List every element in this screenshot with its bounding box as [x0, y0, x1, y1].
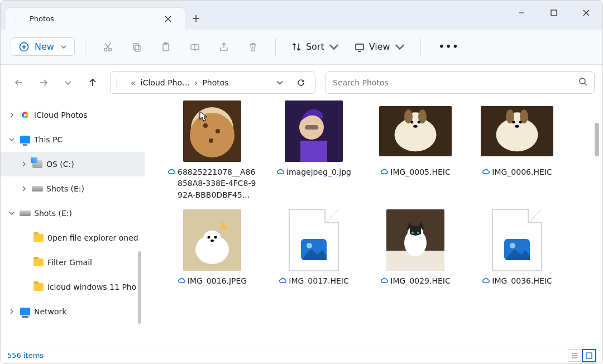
item-count: 556 items: [7, 351, 44, 360]
delete-icon[interactable]: [241, 37, 265, 57]
file-thumbnail: [379, 100, 452, 162]
separator: [275, 39, 276, 55]
svg-point-27: [418, 121, 420, 123]
tree-label: iCloud Photos: [34, 111, 88, 119]
rename-icon[interactable]: [183, 37, 207, 57]
copy-icon[interactable]: [125, 37, 149, 57]
file-item[interactable]: IMG_0005.HEIC: [365, 100, 466, 200]
history-dropdown[interactable]: [58, 72, 79, 93]
svg-rect-4: [133, 44, 138, 50]
drive-icon: [20, 208, 31, 219]
svg-point-40: [208, 236, 210, 238]
breadcrumb-sep-icon: ›: [194, 78, 198, 88]
file-thumbnail: [481, 209, 553, 271]
tree-item-icloud-photos[interactable]: iCloud Photos: [1, 103, 145, 127]
separator: [420, 39, 421, 55]
tree-item-folder-filter-gmail[interactable]: Filter Gmail: [1, 250, 145, 275]
network-icon: [20, 306, 31, 317]
tree-item-network[interactable]: Network: [1, 299, 145, 324]
svg-point-15: [216, 129, 220, 133]
file-thumbnail: [277, 100, 350, 162]
tree-label: icloud windows 11 Pho: [47, 282, 136, 291]
close-window-button[interactable]: [570, 1, 602, 25]
file-thumbnail: [379, 209, 452, 271]
paste-icon[interactable]: [154, 37, 178, 57]
chevron-right-icon[interactable]: [7, 112, 16, 118]
file-item[interactable]: IMG_0029.HEIC: [365, 209, 466, 288]
address-dropdown[interactable]: [271, 79, 288, 86]
tree-item-shots-e-1[interactable]: Shots (E:): [1, 176, 145, 201]
file-name: imagejpeg_0.jpg: [286, 166, 351, 178]
file-item[interactable]: IMG_0017.HEIC: [263, 209, 365, 288]
tree-item-this-pc[interactable]: This PC: [1, 127, 145, 152]
content-scrollbar[interactable]: [595, 123, 599, 156]
tab-photos[interactable]: Photos: [6, 7, 185, 30]
maximize-button[interactable]: [538, 1, 570, 25]
minimize-button[interactable]: [505, 1, 538, 25]
new-tab-button[interactable]: [185, 7, 207, 30]
nav-row: « iCloud Pho… › Photos: [1, 65, 602, 100]
address-bar[interactable]: « iCloud Pho… › Photos: [110, 71, 315, 94]
tree-item-folder-icloud-win11[interactable]: icloud windows 11 Pho: [1, 275, 145, 299]
file-thumbnail: [176, 209, 248, 271]
cut-icon[interactable]: [95, 37, 120, 57]
view-button[interactable]: View: [349, 38, 410, 55]
back-button[interactable]: [8, 72, 30, 93]
sidebar-scrollbar[interactable]: [138, 100, 141, 364]
photos-folder-icon: [116, 78, 126, 88]
new-button[interactable]: New: [11, 37, 75, 56]
svg-point-3: [108, 48, 111, 51]
close-tab-button[interactable]: [159, 11, 177, 27]
file-item[interactable]: IMG_0036.HEIC: [466, 209, 568, 288]
tab-title: Photos: [30, 15, 54, 23]
navigation-tree: iCloud Photos This PC OS (C:) Shots (E:)…: [1, 100, 145, 364]
cloud-status-icon: [482, 276, 490, 288]
svg-rect-20: [300, 141, 327, 162]
file-item[interactable]: imagejpeg_0.jpg: [263, 100, 365, 200]
tree-item-shots-e-2[interactable]: Shots (E:): [1, 201, 145, 226]
tree-label: Shots (E:): [46, 184, 84, 193]
up-button[interactable]: [82, 72, 103, 93]
file-item[interactable]: IMG_0016.JPEG: [161, 209, 263, 288]
chevron-down-icon[interactable]: [7, 210, 16, 216]
chevron-down-icon: [61, 41, 66, 52]
tree-label: OS (C:): [46, 160, 74, 169]
search-icon[interactable]: [578, 77, 587, 88]
svg-point-16: [209, 138, 213, 143]
file-item[interactable]: 68825221078__A86858A8-338E-4FC8-992A-BBB…: [161, 100, 263, 200]
folder-icon: [33, 281, 44, 293]
refresh-button[interactable]: [293, 78, 309, 87]
breadcrumb-photos[interactable]: Photos: [202, 78, 228, 87]
tree-item-folder-open-explorer[interactable]: 0pen file explorer oned: [1, 226, 145, 250]
search-input[interactable]: [333, 78, 578, 87]
file-name: IMG_0029.HEIC: [390, 275, 450, 286]
svg-point-13: [190, 113, 234, 157]
tree-label: Shots (E:): [34, 209, 72, 218]
chevron-right-icon[interactable]: [20, 186, 28, 191]
svg-rect-5: [135, 45, 140, 51]
more-button[interactable]: •••: [431, 41, 467, 52]
breadcrumb-prev-icon[interactable]: «: [131, 78, 136, 88]
svg-point-36: [515, 125, 519, 128]
chevron-right-icon[interactable]: [20, 161, 28, 167]
svg-point-49: [411, 232, 414, 234]
chevron-down-icon[interactable]: [7, 137, 16, 142]
share-icon[interactable]: [212, 37, 236, 57]
file-item[interactable]: IMG_0006.HEIC: [466, 100, 568, 200]
sort-button[interactable]: Sort: [286, 38, 344, 55]
forward-button[interactable]: [33, 72, 54, 93]
svg-point-34: [512, 121, 515, 123]
details-view-button[interactable]: [568, 349, 581, 362]
chevron-right-icon[interactable]: [7, 309, 16, 314]
file-name: 68825221078__A86858A8-338E-4FC8-992A-BBB…: [178, 166, 257, 200]
svg-point-50: [417, 232, 419, 234]
folder-icon: [33, 232, 44, 243]
separator: [85, 39, 85, 55]
tree-item-os-c[interactable]: OS (C:): [1, 152, 145, 176]
icons-view-button[interactable]: [582, 349, 596, 362]
tree-label: Filter Gmail: [47, 258, 92, 267]
file-thumbnail: [481, 100, 553, 162]
search-bar[interactable]: [326, 71, 595, 94]
breadcrumb-icloud[interactable]: iCloud Pho…: [141, 78, 190, 87]
toolbar: New Sort View •••: [1, 30, 602, 64]
